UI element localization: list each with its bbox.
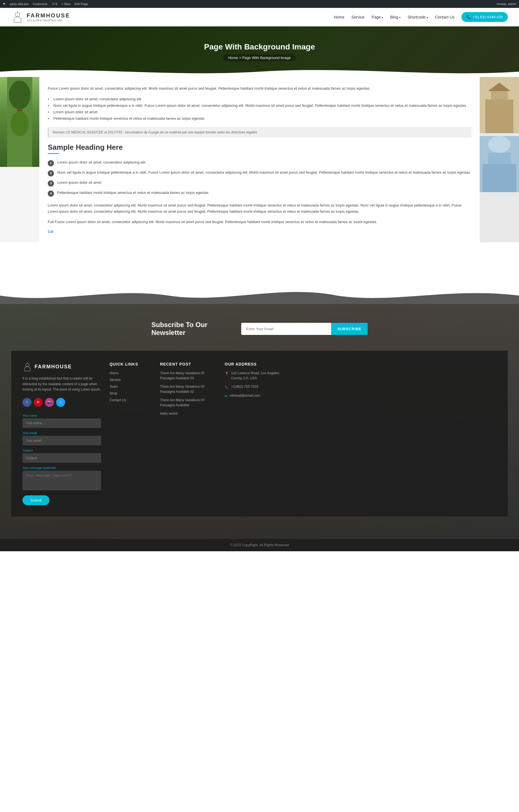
svg-point-5 xyxy=(9,81,31,109)
howdy-text: Howdy, admin xyxy=(497,2,516,6)
svg-rect-9 xyxy=(485,99,513,133)
newsletter-form: SUBSCRIBE xyxy=(241,323,368,335)
bullet-item-3: Lorem ipsum dolor sit amet xyxy=(48,109,471,115)
name-input[interactable] xyxy=(23,418,101,428)
admin-bar: ⚑ party-villa-pro Customize 🗨 6 + New Ed… xyxy=(0,0,519,8)
nav-page[interactable]: Page ▾ xyxy=(371,15,384,19)
facebook-icon[interactable]: f xyxy=(23,398,31,407)
nav-service[interactable]: Service xyxy=(351,15,365,19)
email-icon: ✉ xyxy=(225,394,227,399)
twitter-icon[interactable]: t xyxy=(56,398,65,407)
main-nav: Home Service Page ▾ Blog ▾ Shortcode ▾ C… xyxy=(334,12,508,22)
svg-rect-10 xyxy=(491,91,508,99)
heading-underline xyxy=(48,153,59,154)
svg-rect-13 xyxy=(483,164,516,192)
quick-link-contact[interactable]: Contact Us xyxy=(110,398,152,402)
copyright-text: © 2022 CopyRight. All Rights Reserved xyxy=(230,543,289,547)
footer-logo-icon xyxy=(23,362,32,372)
svg-line-3 xyxy=(19,12,21,13)
subject-input[interactable] xyxy=(23,453,101,463)
phone-icon: 📞 xyxy=(225,385,229,390)
numbered-item-3: 3 Lorem ipsum dolor sit amet xyxy=(48,180,471,186)
instagram-icon[interactable]: 📷 xyxy=(45,398,54,407)
page-dropdown-arrow: ▾ xyxy=(381,16,383,19)
sidebar-left xyxy=(0,77,39,242)
address-email: ✉ infomail@email.com xyxy=(225,393,286,399)
edit-page-link[interactable]: Edit Page xyxy=(74,2,88,6)
recent-post-4: Hello world! xyxy=(160,411,216,416)
address-col: OUR ADDRESS 📍 110 Lorence Road, Los Ange… xyxy=(225,362,286,505)
sample-heading: Sample Heading Here xyxy=(48,143,471,152)
logo-text: FARMHOUSE Just another WordPress site xyxy=(27,12,70,22)
bullet-item-1: Lorem ipsum dolor sit amet, consectetur … xyxy=(48,96,471,102)
phone-icon: 📞 xyxy=(466,15,471,19)
comments-count[interactable]: 🗨 6 xyxy=(52,2,57,6)
email-input[interactable] xyxy=(23,436,101,445)
quick-link-shop[interactable]: Shop xyxy=(110,391,152,395)
footer-content: FARMHOUSE It is a long established fact … xyxy=(11,351,508,516)
subscribe-button[interactable]: SUBSCRIBE xyxy=(331,323,368,335)
numbered-item-1: 1 Lorem ipsum dolor sit amet, consectetu… xyxy=(48,160,471,166)
newsletter-email-input[interactable] xyxy=(241,323,331,335)
map-pin-icon: 📍 xyxy=(225,371,229,376)
new-link[interactable]: + New xyxy=(61,2,70,6)
bullet-list: Lorem ipsum dolor sit amet, consectetur … xyxy=(48,96,471,122)
quick-links-col: QUICK LINKS Home Service Team Shop Conta… xyxy=(110,362,152,505)
content-para-2: Full Fusce Lorem ipsum dolor sit amet, c… xyxy=(48,219,471,225)
wave-transition xyxy=(0,282,519,304)
subject-label: Subject xyxy=(23,449,101,452)
quick-links-list: Home Service Team Shop Contact Us xyxy=(110,371,152,402)
num-badge-2: 2 xyxy=(48,170,54,176)
footer-wave-section: Subscribe To Our Newsletter SUBSCRIBE FA… xyxy=(0,282,519,551)
site-logo[interactable]: FARMHOUSE Just another WordPress site xyxy=(11,11,70,23)
footer-logo-text: FARMHOUSE xyxy=(34,364,72,370)
nav-home[interactable]: Home xyxy=(334,15,344,19)
pinterest-icon[interactable]: P xyxy=(34,398,43,407)
num-badge-1: 1 xyxy=(48,160,54,166)
footer-description: It is a long established fact that a rea… xyxy=(23,376,101,392)
hero-wave xyxy=(0,66,519,77)
breadcrumb-home[interactable]: Home xyxy=(228,56,238,60)
customize-link[interactable]: Customize xyxy=(33,2,48,6)
site-header: FARMHOUSE Just another WordPress site Ho… xyxy=(0,8,519,26)
recent-posts-title: RECENT POST xyxy=(160,362,216,367)
blog-dropdown-arrow: ▾ xyxy=(399,16,400,19)
logo-icon xyxy=(11,11,24,23)
nav-contact[interactable]: Contact Us xyxy=(435,15,454,19)
footer-bottom: © 2022 CopyRight. All Rights Reserved xyxy=(0,539,519,551)
bullet-item-4: Pellentesque habitant morbi tristique se… xyxy=(48,115,471,122)
recent-post-2: There Are Many Variations Of Passages Av… xyxy=(160,384,216,394)
svg-point-15 xyxy=(488,136,511,153)
bullet-item-2: Nunc vel ligula in augue tristique pelle… xyxy=(48,102,471,109)
breadcrumb: Home > Page With Background Image xyxy=(223,54,296,61)
hero-title: Page With Background Image xyxy=(204,42,315,51)
svg-line-2 xyxy=(14,12,16,13)
quick-links-title: QUICK LINKS xyxy=(110,362,152,367)
sidebar-right-top-image xyxy=(480,77,519,133)
shortcode-dropdown-arrow: ▾ xyxy=(427,16,428,19)
address-phone: 📞 +1(902)-720-7016 xyxy=(225,384,286,390)
newsletter-title: Subscribe To Our Newsletter xyxy=(151,321,236,337)
footer-contact-form: Your name Your email Subject Your messag… xyxy=(23,414,101,505)
sidebar-right xyxy=(480,77,519,242)
nav-shortcode[interactable]: Shortcode ▾ xyxy=(407,15,428,19)
content-area: Fusce Lorem ipsum dolor sit amet, consec… xyxy=(39,77,480,242)
svg-point-16 xyxy=(26,364,29,367)
site-name[interactable]: party-villa-pro xyxy=(10,2,29,6)
wp-logo[interactable]: ⚑ xyxy=(3,2,6,6)
edit-link[interactable]: Edit xyxy=(48,230,54,234)
address-title: OUR ADDRESS xyxy=(225,362,286,367)
phone-button[interactable]: 📞 +91 831-6349-429 xyxy=(461,12,508,22)
submit-button[interactable]: Submit xyxy=(23,495,50,505)
name-label: Your name xyxy=(23,414,101,417)
svg-rect-14 xyxy=(488,153,511,164)
nav-blog[interactable]: Blog ▾ xyxy=(390,15,400,19)
address-street: 📍 110 Lorence Road, Los Angeles County, … xyxy=(225,371,286,381)
footer-logo-col: FARMHOUSE It is a long established fact … xyxy=(23,362,101,505)
content-para-1: Lorem ipsum dolor sit amet, consectetur … xyxy=(48,202,471,215)
main-wrapper: Fusce Lorem ipsum dolor sit amet, consec… xyxy=(0,77,519,242)
quick-link-team[interactable]: Team xyxy=(110,384,152,388)
message-textarea[interactable] xyxy=(23,471,101,490)
quick-link-home[interactable]: Home xyxy=(110,371,152,375)
quick-link-service[interactable]: Service xyxy=(110,377,152,382)
